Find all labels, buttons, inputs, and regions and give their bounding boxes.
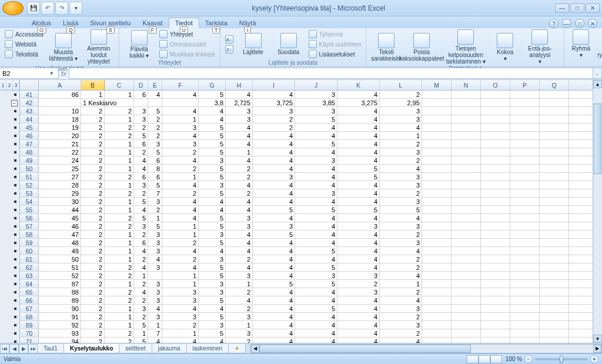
row-header[interactable]: 67 bbox=[20, 305, 39, 312]
row-header[interactable]: 71 bbox=[20, 338, 39, 343]
cell[interactable]: 2 bbox=[81, 263, 105, 271]
cell[interactable]: 5 bbox=[199, 329, 226, 337]
cell[interactable]: 5 bbox=[295, 115, 337, 123]
row-header[interactable]: 64 bbox=[20, 280, 39, 288]
cell[interactable]: 4 bbox=[148, 305, 162, 312]
cell[interactable]: 24 bbox=[39, 156, 81, 164]
cell[interactable]: 5 bbox=[295, 206, 337, 213]
cell[interactable]: 3 bbox=[380, 173, 422, 181]
cell[interactable] bbox=[452, 214, 481, 222]
cell[interactable]: 3 bbox=[337, 288, 380, 296]
cell[interactable] bbox=[452, 181, 481, 189]
cell[interactable]: 4 bbox=[253, 132, 295, 139]
cell[interactable] bbox=[540, 338, 569, 343]
cell[interactable]: 4 bbox=[295, 165, 337, 172]
column-header-O[interactable]: O bbox=[481, 80, 510, 90]
zoom-level[interactable]: 100 % bbox=[506, 356, 522, 362]
cell[interactable] bbox=[540, 206, 569, 213]
other-sources-button[interactable]: Muusta lähteestä ▾ bbox=[47, 29, 80, 65]
cell[interactable]: 2 bbox=[81, 272, 105, 279]
page-layout-view-button[interactable] bbox=[479, 355, 490, 363]
cell[interactable]: 1 bbox=[380, 132, 422, 139]
cell[interactable]: 3 bbox=[162, 313, 199, 320]
column-header-L[interactable]: L bbox=[380, 80, 422, 90]
cell[interactable]: 7 bbox=[148, 329, 162, 337]
cell[interactable]: 1 bbox=[105, 247, 134, 255]
cell[interactable]: 4 bbox=[380, 296, 422, 304]
cell[interactable]: 3 bbox=[148, 140, 162, 148]
cell[interactable]: 4 bbox=[253, 247, 295, 255]
cell[interactable]: 4 bbox=[295, 123, 337, 131]
cell[interactable]: 18 bbox=[39, 115, 81, 123]
from-web-button[interactable]: Webistä bbox=[4, 39, 45, 49]
cell[interactable] bbox=[481, 263, 510, 271]
cell[interactable]: 4 bbox=[337, 189, 380, 197]
minimize-button[interactable]: — bbox=[555, 4, 569, 13]
cell[interactable]: 30 bbox=[39, 198, 81, 205]
column-header-F[interactable]: F bbox=[162, 80, 199, 90]
cell[interactable]: 2 bbox=[226, 255, 253, 263]
cell[interactable]: 4 bbox=[295, 173, 337, 181]
cell[interactable]: 4 bbox=[162, 338, 199, 343]
cell[interactable]: 4 bbox=[253, 263, 295, 271]
column-header-B[interactable]: B bbox=[81, 80, 105, 90]
cell[interactable] bbox=[510, 313, 540, 320]
cell[interactable]: 3 bbox=[380, 305, 422, 312]
cell[interactable]: 4 bbox=[148, 255, 162, 263]
cell[interactable] bbox=[422, 173, 452, 181]
cell[interactable]: 1 bbox=[105, 198, 134, 205]
cell[interactable]: 2 bbox=[105, 296, 134, 304]
cell[interactable] bbox=[134, 99, 148, 106]
cell[interactable]: 1 bbox=[105, 305, 134, 312]
outline-level-3[interactable]: 3 bbox=[13, 80, 19, 90]
cell[interactable] bbox=[510, 198, 540, 205]
cell[interactable]: 3,85 bbox=[295, 99, 337, 106]
maximize-button[interactable]: □ bbox=[570, 4, 584, 13]
cell[interactable]: 2 bbox=[81, 165, 105, 172]
cell[interactable]: 5 bbox=[199, 189, 226, 197]
cell[interactable]: 6 bbox=[134, 239, 148, 246]
cell[interactable]: 5 bbox=[148, 107, 162, 115]
cell[interactable]: 3 bbox=[253, 107, 295, 115]
cell[interactable]: 1 bbox=[105, 280, 134, 288]
cell[interactable]: 4 bbox=[162, 181, 199, 189]
cell[interactable]: 3 bbox=[380, 148, 422, 156]
cell[interactable]: 4 bbox=[380, 214, 422, 222]
cell[interactable]: 3,725 bbox=[253, 99, 295, 106]
cell[interactable]: 2 bbox=[253, 115, 295, 123]
name-box[interactable]: B2▾ bbox=[0, 68, 59, 79]
office-button[interactable] bbox=[2, 1, 24, 15]
normal-view-button[interactable] bbox=[467, 355, 479, 363]
cell[interactable]: 2 bbox=[162, 165, 199, 172]
cell[interactable]: 48 bbox=[39, 239, 81, 246]
prev-sheet-icon[interactable]: ◀ bbox=[9, 344, 19, 353]
cell[interactable]: 1 bbox=[105, 140, 134, 148]
cell[interactable] bbox=[540, 107, 569, 115]
cell[interactable]: 3 bbox=[295, 189, 337, 197]
vertical-scrollbar[interactable]: ▲ ▼ bbox=[593, 80, 602, 343]
cell[interactable]: 4 bbox=[199, 247, 226, 255]
cell[interactable]: 1 bbox=[226, 148, 253, 156]
cell[interactable]: 4 bbox=[199, 305, 226, 312]
cell[interactable] bbox=[422, 338, 452, 343]
cell[interactable]: 4 bbox=[253, 156, 295, 164]
cell[interactable] bbox=[540, 247, 569, 255]
cell[interactable]: 3 bbox=[148, 239, 162, 246]
cell[interactable]: 4 bbox=[337, 140, 380, 148]
cell[interactable] bbox=[481, 99, 510, 106]
cell[interactable]: 4 bbox=[295, 239, 337, 246]
cell[interactable]: 2,725 bbox=[226, 99, 253, 106]
cell[interactable]: 3 bbox=[226, 329, 253, 337]
cell[interactable] bbox=[540, 296, 569, 304]
refresh-all-button[interactable]: Päivitä kaikki ▾ bbox=[123, 29, 156, 59]
cell[interactable]: 5 bbox=[134, 338, 148, 343]
expand-formula-icon[interactable]: ⌄ bbox=[593, 68, 602, 79]
cell[interactable]: 2 bbox=[380, 329, 422, 337]
cell[interactable]: 3 bbox=[148, 288, 162, 296]
cell[interactable]: 8 bbox=[148, 165, 162, 172]
help-icon[interactable]: ? bbox=[549, 19, 558, 28]
cell[interactable]: 2 bbox=[81, 321, 105, 329]
cell[interactable]: 1 bbox=[105, 313, 134, 320]
cell[interactable]: 4 bbox=[295, 329, 337, 337]
cell[interactable]: 3 bbox=[295, 107, 337, 115]
